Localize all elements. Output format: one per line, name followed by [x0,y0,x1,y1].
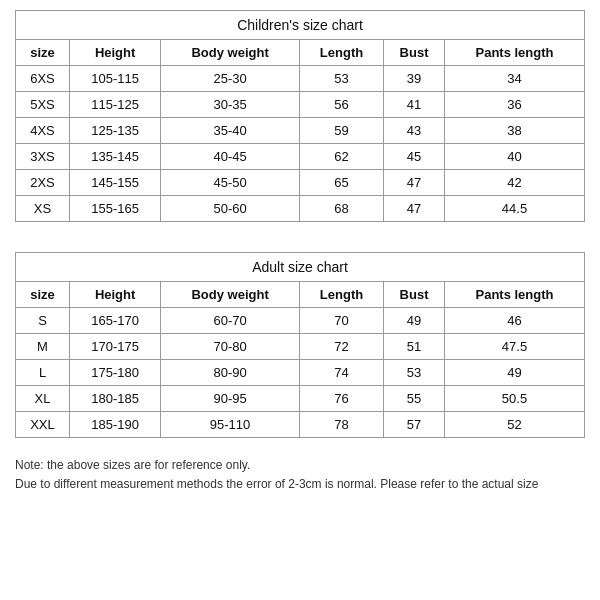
header-cell-1: Height [70,40,161,66]
table-cell-0-4: 39 [384,66,445,92]
table-cell-1-2: 30-35 [161,92,300,118]
table-row: 3XS135-14540-45624540 [16,144,585,170]
table-cell-1-0: 5XS [16,92,70,118]
table-cell-0-1: 165-170 [70,308,161,334]
table-cell-2-1: 175-180 [70,360,161,386]
table-cell-4-2: 45-50 [161,170,300,196]
table-cell-5-5: 44.5 [445,196,585,222]
header-cell-0: size [16,40,70,66]
table-row: 2XS145-15545-50654742 [16,170,585,196]
table-cell-4-5: 42 [445,170,585,196]
table-cell-0-3: 70 [299,308,383,334]
table-cell-1-5: 36 [445,92,585,118]
table-cell-2-5: 38 [445,118,585,144]
table-row: XS155-16550-60684744.5 [16,196,585,222]
children-header-row: sizeHeightBody weightLengthBustPants len… [16,40,585,66]
table-cell-3-3: 62 [299,144,383,170]
children-table-title: Children's size chart [15,10,585,39]
adult-size-table: sizeHeightBody weightLengthBustPants len… [15,281,585,438]
notes-section: Note: the above sizes are for reference … [15,456,585,494]
table-cell-2-0: 4XS [16,118,70,144]
table-cell-3-5: 50.5 [445,386,585,412]
table-cell-4-0: 2XS [16,170,70,196]
table-cell-0-1: 105-115 [70,66,161,92]
table-cell-2-3: 59 [299,118,383,144]
table-cell-1-1: 115-125 [70,92,161,118]
table-cell-0-3: 53 [299,66,383,92]
table-cell-2-2: 80-90 [161,360,300,386]
table-cell-1-4: 51 [384,334,445,360]
adult-header-row: sizeHeightBody weightLengthBustPants len… [16,282,585,308]
table-cell-3-5: 40 [445,144,585,170]
table-cell-0-5: 46 [445,308,585,334]
table-cell-2-4: 53 [384,360,445,386]
note-line-0: Note: the above sizes are for reference … [15,456,585,475]
table-cell-4-2: 95-110 [161,412,300,438]
table-cell-4-4: 47 [384,170,445,196]
table-row: 6XS105-11525-30533934 [16,66,585,92]
table-cell-1-1: 170-175 [70,334,161,360]
table-cell-5-4: 47 [384,196,445,222]
header-cell-3: Length [299,282,383,308]
header-cell-4: Bust [384,40,445,66]
table-cell-3-2: 40-45 [161,144,300,170]
children-size-table: sizeHeightBody weightLengthBustPants len… [15,39,585,222]
table-cell-1-3: 56 [299,92,383,118]
header-cell-3: Length [299,40,383,66]
adult-table-title: Adult size chart [15,252,585,281]
header-cell-4: Bust [384,282,445,308]
table-cell-0-2: 25-30 [161,66,300,92]
table-cell-3-4: 55 [384,386,445,412]
table-row: S165-17060-70704946 [16,308,585,334]
table-cell-2-4: 43 [384,118,445,144]
header-cell-5: Pants length [445,40,585,66]
table-cell-3-0: 3XS [16,144,70,170]
table-cell-0-2: 60-70 [161,308,300,334]
table-cell-3-2: 90-95 [161,386,300,412]
table-cell-3-1: 180-185 [70,386,161,412]
header-cell-2: Body weight [161,282,300,308]
table-cell-0-5: 34 [445,66,585,92]
table-cell-2-1: 125-135 [70,118,161,144]
table-row: M170-17570-80725147.5 [16,334,585,360]
header-cell-1: Height [70,282,161,308]
table-row: XXL185-19095-110785752 [16,412,585,438]
table-cell-1-5: 47.5 [445,334,585,360]
table-cell-2-0: L [16,360,70,386]
table-cell-3-0: XL [16,386,70,412]
table-cell-1-3: 72 [299,334,383,360]
table-row: XL180-18590-95765550.5 [16,386,585,412]
table-cell-5-0: XS [16,196,70,222]
table-cell-0-0: 6XS [16,66,70,92]
adult-section: Adult size chart sizeHeightBody weightLe… [15,252,585,438]
table-cell-4-1: 185-190 [70,412,161,438]
table-cell-4-5: 52 [445,412,585,438]
table-cell-4-3: 78 [299,412,383,438]
table-cell-5-3: 68 [299,196,383,222]
header-cell-5: Pants length [445,282,585,308]
table-row: 5XS115-12530-35564136 [16,92,585,118]
table-cell-3-4: 45 [384,144,445,170]
table-cell-4-1: 145-155 [70,170,161,196]
table-cell-4-4: 57 [384,412,445,438]
table-cell-5-1: 155-165 [70,196,161,222]
table-cell-1-2: 70-80 [161,334,300,360]
table-cell-4-0: XXL [16,412,70,438]
table-cell-0-4: 49 [384,308,445,334]
header-cell-0: size [16,282,70,308]
table-cell-1-0: M [16,334,70,360]
table-cell-0-0: S [16,308,70,334]
note-line-1: Due to different measurement methods the… [15,475,585,494]
table-cell-3-1: 135-145 [70,144,161,170]
table-cell-2-5: 49 [445,360,585,386]
header-cell-2: Body weight [161,40,300,66]
table-cell-3-3: 76 [299,386,383,412]
children-section: Children's size chart sizeHeightBody wei… [15,10,585,222]
table-cell-4-3: 65 [299,170,383,196]
table-row: 4XS125-13535-40594338 [16,118,585,144]
table-cell-1-4: 41 [384,92,445,118]
table-cell-5-2: 50-60 [161,196,300,222]
table-row: L175-18080-90745349 [16,360,585,386]
table-cell-2-3: 74 [299,360,383,386]
table-cell-2-2: 35-40 [161,118,300,144]
